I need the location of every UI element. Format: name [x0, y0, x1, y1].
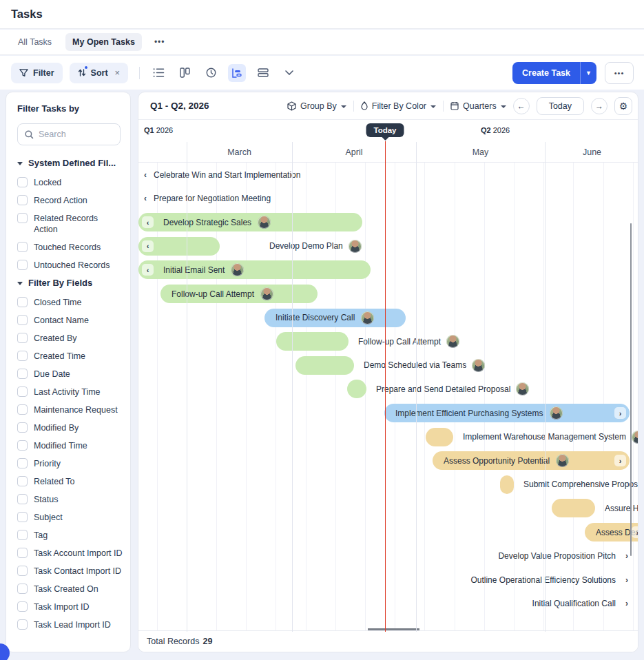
bar-collapse-left-icon[interactable]: ‹ — [142, 240, 154, 252]
tabs-more-icon[interactable]: ••• — [149, 34, 171, 50]
sidebar-filter-item[interactable]: Task Contact Import ID — [17, 566, 123, 577]
checkbox[interactable] — [17, 601, 28, 612]
more-views-chevron-icon[interactable] — [280, 64, 298, 82]
create-task-button[interactable]: Create Task — [512, 62, 580, 84]
sidebar-filter-item[interactable]: Closed Time — [17, 297, 123, 308]
checkbox[interactable] — [17, 177, 28, 187]
checkbox[interactable] — [17, 195, 28, 205]
expand-right-icon[interactable]: › — [625, 551, 628, 561]
task-bar[interactable] — [552, 499, 595, 517]
next-period-button[interactable]: → — [591, 98, 607, 114]
sidebar-filter-item[interactable]: Task Import ID — [17, 601, 123, 612]
sidebar-filter-item[interactable]: Untouched Records — [17, 260, 123, 271]
task-row-text[interactable]: Develop Value Proposition Pitch› — [498, 547, 638, 566]
bar-expand-right-icon[interactable]: › — [614, 407, 626, 419]
sidebar-filter-item[interactable]: Created Time — [17, 351, 123, 362]
bar-collapse-left-icon[interactable]: ‹ — [142, 216, 154, 228]
checkbox[interactable] — [17, 512, 28, 522]
tab-my-open-tasks[interactable]: My Open Tasks — [65, 33, 142, 51]
task-bar[interactable] — [295, 356, 354, 375]
search-input[interactable] — [39, 130, 107, 139]
checkbox[interactable] — [17, 404, 28, 415]
checkbox[interactable] — [17, 422, 28, 433]
task-row-text[interactable]: ‹Prepare for Negotiation Meeting — [144, 189, 271, 208]
filter-button[interactable]: Filter — [11, 63, 63, 83]
sidebar-filter-item[interactable]: Contact Name — [17, 315, 123, 326]
sidebar-section-header[interactable]: System Defined Fil... — [17, 158, 123, 168]
gantt-view-icon[interactable] — [228, 64, 246, 82]
sidebar-filter-item[interactable]: Modified Time — [17, 440, 123, 451]
bar-collapse-left-icon[interactable]: ‹ — [142, 264, 154, 276]
sort-button[interactable]: Sort × — [70, 63, 129, 83]
clock-view-icon[interactable] — [202, 64, 220, 82]
rows-view-icon[interactable] — [254, 64, 272, 82]
prev-period-button[interactable]: ← — [513, 98, 530, 114]
checkbox[interactable] — [17, 548, 28, 558]
sidebar-filter-item[interactable]: Touched Records — [17, 242, 123, 253]
collapse-left-icon[interactable]: ‹ — [144, 194, 147, 203]
checkbox[interactable] — [17, 333, 28, 343]
gantt-settings-gear-icon[interactable]: ⚙ — [614, 97, 632, 115]
collapse-left-icon[interactable]: ‹ — [144, 170, 147, 180]
task-row-text[interactable]: Initial Qualification Call› — [532, 595, 638, 613]
task-bar[interactable] — [276, 332, 349, 351]
toolbar-more-button[interactable]: ••• — [605, 62, 634, 84]
checkbox[interactable] — [17, 213, 28, 223]
task-row-text[interactable]: ‹Celebrate Win and Start Implementation — [144, 165, 300, 184]
sidebar-filter-item[interactable]: Last Activity Time — [17, 386, 123, 398]
checkbox[interactable] — [17, 566, 28, 576]
checkbox[interactable] — [17, 242, 28, 252]
bar-expand-right-icon[interactable]: › — [614, 455, 626, 466]
sidebar-filter-item[interactable]: Due Date — [17, 369, 123, 380]
task-bar[interactable]: Follow-up Call Attempt — [160, 285, 318, 303]
checkbox[interactable] — [17, 260, 28, 270]
sidebar-filter-item[interactable]: Maintenance Request — [17, 404, 123, 415]
task-bar[interactable] — [347, 380, 366, 398]
sort-clear-icon[interactable]: × — [115, 68, 121, 78]
checkbox[interactable] — [17, 619, 28, 630]
checkbox[interactable] — [17, 476, 28, 486]
task-bar[interactable]: ‹Develop Strategic Sales — [138, 213, 362, 231]
sidebar-filter-item[interactable]: Task Account Import ID — [17, 548, 123, 559]
sidebar-filter-item[interactable]: Task Lead Import ID — [17, 619, 123, 630]
sidebar-filter-item[interactable]: Created By — [17, 333, 123, 344]
create-task-dropdown-arrow[interactable]: ▼ — [580, 62, 596, 84]
checkbox[interactable] — [17, 297, 28, 307]
checkbox[interactable] — [17, 440, 28, 451]
filter-by-color-dropdown[interactable]: Filter By Color — [361, 101, 436, 111]
task-bar[interactable] — [500, 475, 514, 494]
today-button[interactable]: Today — [537, 97, 584, 115]
checkbox[interactable] — [17, 315, 28, 325]
sidebar-filter-item[interactable]: Record Action — [17, 195, 123, 206]
task-bar[interactable]: Implement Efficient Purchasing Systems› — [384, 404, 630, 422]
sidebar-filter-item[interactable]: Priority — [17, 458, 123, 469]
task-bar[interactable]: Assess Opportunity Potential› — [433, 451, 630, 470]
group-by-dropdown[interactable]: Group By — [287, 101, 346, 111]
sidebar-filter-item[interactable]: Related To — [17, 476, 123, 487]
sidebar-filter-item[interactable]: Locked — [17, 177, 123, 188]
sidebar-filter-item[interactable]: Task Created On — [17, 584, 123, 595]
expand-right-icon[interactable]: › — [625, 575, 628, 585]
vertical-scrollbar[interactable] — [630, 223, 632, 556]
sidebar-filter-item[interactable]: Status — [17, 494, 123, 505]
expand-right-icon[interactable]: › — [625, 599, 628, 608]
bar-expand-right-icon[interactable]: › — [632, 526, 638, 538]
sidebar-filter-item[interactable]: Related Records Action — [17, 213, 123, 235]
task-bar[interactable]: ‹Initial Email Sent — [138, 260, 371, 279]
list-view-icon[interactable] — [149, 64, 167, 82]
checkbox[interactable] — [17, 494, 28, 504]
checkbox[interactable] — [17, 351, 28, 361]
checkbox[interactable] — [17, 386, 28, 397]
tab-all-tasks[interactable]: All Tasks — [11, 33, 59, 51]
checkbox[interactable] — [17, 369, 28, 379]
task-bar[interactable]: ‹ — [138, 237, 220, 256]
checkbox[interactable] — [17, 458, 28, 468]
sidebar-search-box[interactable] — [17, 123, 121, 145]
quarters-dropdown[interactable]: Quarters — [450, 101, 506, 111]
checkbox[interactable] — [17, 530, 28, 540]
sidebar-filter-item[interactable]: Modified By — [17, 422, 123, 433]
task-row-text[interactable]: Outline Operational Efficiency Solutions… — [470, 570, 638, 589]
checkbox[interactable] — [17, 584, 28, 594]
kanban-view-icon[interactable] — [176, 64, 194, 82]
task-bar[interactable] — [426, 428, 453, 446]
